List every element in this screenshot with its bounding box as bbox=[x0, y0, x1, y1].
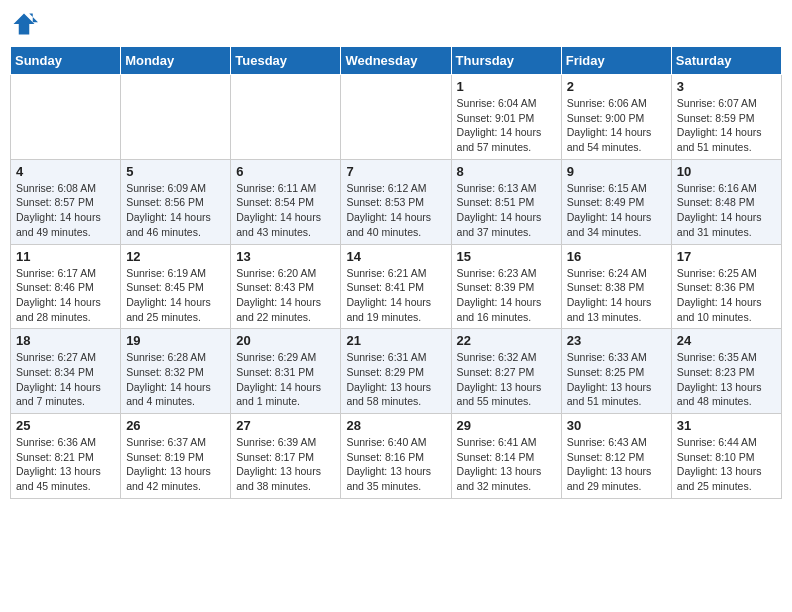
day-number: 9 bbox=[567, 164, 666, 179]
day-info: Sunrise: 6:35 AM Sunset: 8:23 PM Dayligh… bbox=[677, 350, 776, 409]
calendar-cell: 14Sunrise: 6:21 AM Sunset: 8:41 PM Dayli… bbox=[341, 244, 451, 329]
day-info: Sunrise: 6:17 AM Sunset: 8:46 PM Dayligh… bbox=[16, 266, 115, 325]
calendar-cell bbox=[121, 75, 231, 160]
day-info: Sunrise: 6:43 AM Sunset: 8:12 PM Dayligh… bbox=[567, 435, 666, 494]
day-info: Sunrise: 6:24 AM Sunset: 8:38 PM Dayligh… bbox=[567, 266, 666, 325]
calendar-cell: 22Sunrise: 6:32 AM Sunset: 8:27 PM Dayli… bbox=[451, 329, 561, 414]
day-number: 31 bbox=[677, 418, 776, 433]
day-number: 28 bbox=[346, 418, 445, 433]
day-number: 12 bbox=[126, 249, 225, 264]
day-info: Sunrise: 6:44 AM Sunset: 8:10 PM Dayligh… bbox=[677, 435, 776, 494]
calendar-cell: 16Sunrise: 6:24 AM Sunset: 8:38 PM Dayli… bbox=[561, 244, 671, 329]
calendar-cell: 10Sunrise: 6:16 AM Sunset: 8:48 PM Dayli… bbox=[671, 159, 781, 244]
calendar-week-1: 1Sunrise: 6:04 AM Sunset: 9:01 PM Daylig… bbox=[11, 75, 782, 160]
day-number: 29 bbox=[457, 418, 556, 433]
day-number: 8 bbox=[457, 164, 556, 179]
day-info: Sunrise: 6:40 AM Sunset: 8:16 PM Dayligh… bbox=[346, 435, 445, 494]
calendar-cell: 30Sunrise: 6:43 AM Sunset: 8:12 PM Dayli… bbox=[561, 414, 671, 499]
calendar-week-3: 11Sunrise: 6:17 AM Sunset: 8:46 PM Dayli… bbox=[11, 244, 782, 329]
calendar-table: SundayMondayTuesdayWednesdayThursdayFrid… bbox=[10, 46, 782, 499]
day-number: 22 bbox=[457, 333, 556, 348]
day-info: Sunrise: 6:32 AM Sunset: 8:27 PM Dayligh… bbox=[457, 350, 556, 409]
day-number: 15 bbox=[457, 249, 556, 264]
calendar-cell: 11Sunrise: 6:17 AM Sunset: 8:46 PM Dayli… bbox=[11, 244, 121, 329]
calendar-header-row: SundayMondayTuesdayWednesdayThursdayFrid… bbox=[11, 47, 782, 75]
calendar-cell: 2Sunrise: 6:06 AM Sunset: 9:00 PM Daylig… bbox=[561, 75, 671, 160]
day-number: 17 bbox=[677, 249, 776, 264]
day-number: 14 bbox=[346, 249, 445, 264]
calendar-cell bbox=[231, 75, 341, 160]
day-info: Sunrise: 6:41 AM Sunset: 8:14 PM Dayligh… bbox=[457, 435, 556, 494]
day-number: 3 bbox=[677, 79, 776, 94]
day-number: 21 bbox=[346, 333, 445, 348]
day-number: 24 bbox=[677, 333, 776, 348]
day-info: Sunrise: 6:11 AM Sunset: 8:54 PM Dayligh… bbox=[236, 181, 335, 240]
day-number: 11 bbox=[16, 249, 115, 264]
calendar-cell: 17Sunrise: 6:25 AM Sunset: 8:36 PM Dayli… bbox=[671, 244, 781, 329]
day-info: Sunrise: 6:07 AM Sunset: 8:59 PM Dayligh… bbox=[677, 96, 776, 155]
day-number: 10 bbox=[677, 164, 776, 179]
calendar-cell: 15Sunrise: 6:23 AM Sunset: 8:39 PM Dayli… bbox=[451, 244, 561, 329]
calendar-cell: 8Sunrise: 6:13 AM Sunset: 8:51 PM Daylig… bbox=[451, 159, 561, 244]
header-saturday: Saturday bbox=[671, 47, 781, 75]
calendar-cell: 29Sunrise: 6:41 AM Sunset: 8:14 PM Dayli… bbox=[451, 414, 561, 499]
day-number: 25 bbox=[16, 418, 115, 433]
day-number: 2 bbox=[567, 79, 666, 94]
day-number: 26 bbox=[126, 418, 225, 433]
day-info: Sunrise: 6:33 AM Sunset: 8:25 PM Dayligh… bbox=[567, 350, 666, 409]
day-info: Sunrise: 6:04 AM Sunset: 9:01 PM Dayligh… bbox=[457, 96, 556, 155]
generalblue-logo-icon bbox=[10, 10, 38, 38]
day-number: 23 bbox=[567, 333, 666, 348]
day-info: Sunrise: 6:37 AM Sunset: 8:19 PM Dayligh… bbox=[126, 435, 225, 494]
day-info: Sunrise: 6:21 AM Sunset: 8:41 PM Dayligh… bbox=[346, 266, 445, 325]
calendar-cell bbox=[11, 75, 121, 160]
header-monday: Monday bbox=[121, 47, 231, 75]
calendar-cell: 27Sunrise: 6:39 AM Sunset: 8:17 PM Dayli… bbox=[231, 414, 341, 499]
day-info: Sunrise: 6:39 AM Sunset: 8:17 PM Dayligh… bbox=[236, 435, 335, 494]
calendar-cell: 13Sunrise: 6:20 AM Sunset: 8:43 PM Dayli… bbox=[231, 244, 341, 329]
day-info: Sunrise: 6:06 AM Sunset: 9:00 PM Dayligh… bbox=[567, 96, 666, 155]
calendar-cell: 31Sunrise: 6:44 AM Sunset: 8:10 PM Dayli… bbox=[671, 414, 781, 499]
calendar-cell: 5Sunrise: 6:09 AM Sunset: 8:56 PM Daylig… bbox=[121, 159, 231, 244]
day-number: 30 bbox=[567, 418, 666, 433]
calendar-cell: 24Sunrise: 6:35 AM Sunset: 8:23 PM Dayli… bbox=[671, 329, 781, 414]
calendar-cell: 19Sunrise: 6:28 AM Sunset: 8:32 PM Dayli… bbox=[121, 329, 231, 414]
day-info: Sunrise: 6:28 AM Sunset: 8:32 PM Dayligh… bbox=[126, 350, 225, 409]
day-number: 6 bbox=[236, 164, 335, 179]
calendar-cell: 12Sunrise: 6:19 AM Sunset: 8:45 PM Dayli… bbox=[121, 244, 231, 329]
calendar-week-2: 4Sunrise: 6:08 AM Sunset: 8:57 PM Daylig… bbox=[11, 159, 782, 244]
header-tuesday: Tuesday bbox=[231, 47, 341, 75]
header-friday: Friday bbox=[561, 47, 671, 75]
calendar-cell: 9Sunrise: 6:15 AM Sunset: 8:49 PM Daylig… bbox=[561, 159, 671, 244]
calendar-cell: 18Sunrise: 6:27 AM Sunset: 8:34 PM Dayli… bbox=[11, 329, 121, 414]
calendar-cell: 21Sunrise: 6:31 AM Sunset: 8:29 PM Dayli… bbox=[341, 329, 451, 414]
day-info: Sunrise: 6:12 AM Sunset: 8:53 PM Dayligh… bbox=[346, 181, 445, 240]
day-info: Sunrise: 6:15 AM Sunset: 8:49 PM Dayligh… bbox=[567, 181, 666, 240]
svg-marker-0 bbox=[14, 14, 35, 35]
day-info: Sunrise: 6:23 AM Sunset: 8:39 PM Dayligh… bbox=[457, 266, 556, 325]
day-number: 27 bbox=[236, 418, 335, 433]
calendar-cell: 4Sunrise: 6:08 AM Sunset: 8:57 PM Daylig… bbox=[11, 159, 121, 244]
calendar-cell: 23Sunrise: 6:33 AM Sunset: 8:25 PM Dayli… bbox=[561, 329, 671, 414]
day-info: Sunrise: 6:31 AM Sunset: 8:29 PM Dayligh… bbox=[346, 350, 445, 409]
calendar-cell: 3Sunrise: 6:07 AM Sunset: 8:59 PM Daylig… bbox=[671, 75, 781, 160]
day-number: 7 bbox=[346, 164, 445, 179]
calendar-cell: 1Sunrise: 6:04 AM Sunset: 9:01 PM Daylig… bbox=[451, 75, 561, 160]
day-info: Sunrise: 6:09 AM Sunset: 8:56 PM Dayligh… bbox=[126, 181, 225, 240]
day-info: Sunrise: 6:36 AM Sunset: 8:21 PM Dayligh… bbox=[16, 435, 115, 494]
header-wednesday: Wednesday bbox=[341, 47, 451, 75]
calendar-cell: 6Sunrise: 6:11 AM Sunset: 8:54 PM Daylig… bbox=[231, 159, 341, 244]
calendar-week-5: 25Sunrise: 6:36 AM Sunset: 8:21 PM Dayli… bbox=[11, 414, 782, 499]
calendar-week-4: 18Sunrise: 6:27 AM Sunset: 8:34 PM Dayli… bbox=[11, 329, 782, 414]
day-info: Sunrise: 6:19 AM Sunset: 8:45 PM Dayligh… bbox=[126, 266, 225, 325]
calendar-cell bbox=[341, 75, 451, 160]
day-info: Sunrise: 6:29 AM Sunset: 8:31 PM Dayligh… bbox=[236, 350, 335, 409]
calendar-cell: 28Sunrise: 6:40 AM Sunset: 8:16 PM Dayli… bbox=[341, 414, 451, 499]
day-number: 18 bbox=[16, 333, 115, 348]
logo bbox=[10, 10, 42, 38]
calendar-cell: 25Sunrise: 6:36 AM Sunset: 8:21 PM Dayli… bbox=[11, 414, 121, 499]
day-number: 16 bbox=[567, 249, 666, 264]
day-number: 5 bbox=[126, 164, 225, 179]
day-info: Sunrise: 6:13 AM Sunset: 8:51 PM Dayligh… bbox=[457, 181, 556, 240]
day-info: Sunrise: 6:08 AM Sunset: 8:57 PM Dayligh… bbox=[16, 181, 115, 240]
